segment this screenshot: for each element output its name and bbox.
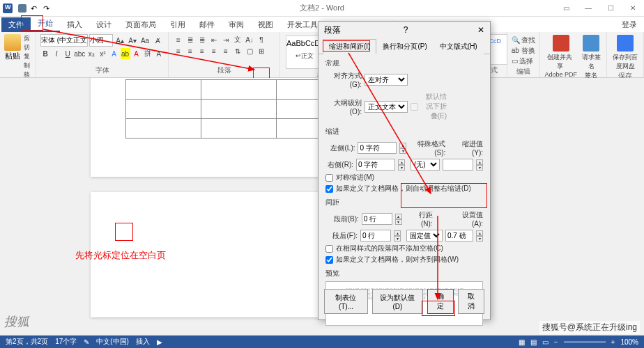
font-name-select[interactable] [40, 34, 88, 47]
before-input[interactable] [362, 213, 392, 225]
view-read-icon[interactable]: ▦ [519, 338, 525, 346]
maximize-icon[interactable]: ☐ [602, 4, 619, 12]
paste-button[interactable]: 粘贴 [4, 34, 21, 61]
macro-icon[interactable]: ▶ [157, 338, 162, 346]
replace-button[interactable]: ab 替换 [512, 45, 536, 56]
quick-access-toolbar[interactable]: ↶ ↷ [18, 4, 52, 13]
cut-button[interactable]: 剪切 [24, 34, 31, 52]
alignment-select[interactable]: 左对齐 [365, 74, 408, 86]
bold-icon[interactable]: B [40, 48, 50, 59]
page-status[interactable]: 第2页，共2页 [6, 337, 48, 347]
after-input[interactable] [360, 230, 391, 242]
insert-mode[interactable]: 插入 [136, 337, 150, 347]
select-button[interactable]: ▭ 选择 [512, 56, 536, 66]
adobe-sign-button[interactable]: 请求签名 签名 [580, 35, 602, 80]
distribute-icon[interactable]: ≡ [220, 45, 231, 56]
dialog-titlebar[interactable]: 段落 ? ✕ [319, 22, 490, 38]
asian-layout-icon[interactable]: 文 [232, 34, 243, 45]
char-border-icon[interactable]: A [154, 48, 164, 59]
align-right-icon[interactable]: ≡ [197, 45, 208, 56]
align-left-icon[interactable]: ≡ [173, 45, 184, 56]
phonetic-icon[interactable]: 拼 [143, 48, 153, 59]
help-icon[interactable]: ? [404, 25, 408, 35]
line-spacing-icon[interactable]: ⇅ [232, 45, 243, 56]
tab-insert[interactable]: 插入 [60, 17, 89, 32]
copy-button[interactable]: 复制 [24, 52, 31, 70]
auto-grid-check[interactable]: 如果定义了文档网格，则自动调整右缩进(D) [325, 184, 483, 193]
language-status[interactable]: 中文(中国) [96, 337, 129, 347]
cancel-button[interactable]: 取消 [458, 289, 484, 314]
zoom-slider[interactable] [564, 341, 606, 343]
highlight-icon[interactable]: ab [121, 48, 130, 59]
spinner[interactable]: ▴▾ [398, 159, 405, 171]
change-case-icon[interactable]: Aa [139, 35, 151, 46]
default-button[interactable]: 设为默认值(D) [372, 289, 423, 314]
login-link[interactable]: 登录 [615, 17, 644, 32]
spinner[interactable]: ▴▾ [476, 230, 483, 242]
adobe-create-button[interactable]: 创建并共享 Adobe PDF [544, 35, 577, 80]
numbering-icon[interactable]: ≣ [185, 34, 196, 45]
tab-mailings[interactable]: 邮件 [192, 17, 222, 32]
tabs-button[interactable]: 制表位(T)... [324, 289, 368, 314]
paragraph-dialog[interactable]: 段落 ? ✕ 缩进和间距(I) 换行和分页(P) 中文版式(H) 常规 对齐方式… [318, 21, 491, 320]
proof-icon[interactable]: ✎ [84, 338, 89, 346]
redo-icon[interactable]: ↷ [43, 4, 52, 13]
view-print-icon[interactable]: ▤ [530, 338, 537, 346]
tab-references[interactable]: 引用 [163, 17, 192, 32]
italic-icon[interactable]: I [52, 48, 61, 59]
zoom-out-icon[interactable]: − [554, 338, 558, 346]
text-effects-icon[interactable]: A [109, 48, 118, 59]
sort-icon[interactable]: A↓ [244, 34, 255, 45]
inc-indent-icon[interactable]: ⇥ [220, 34, 231, 45]
tab-pagination[interactable]: 换行和分页(P) [376, 39, 433, 54]
spinner[interactable]: ▴▾ [395, 214, 402, 225]
minimize-icon[interactable]: — [580, 4, 597, 12]
tab-home[interactable]: 开始 [31, 16, 60, 32]
mirror-indent-check[interactable]: 对称缩进(M) [325, 173, 483, 182]
dialog-close-icon[interactable]: ✕ [477, 25, 484, 35]
subscript-icon[interactable]: x₂ [86, 48, 96, 59]
show-marks-icon[interactable]: ¶ [256, 34, 267, 45]
line-spacing-select[interactable]: 固定值 [406, 230, 443, 242]
tab-view[interactable]: 视图 [251, 17, 280, 32]
close-icon[interactable]: ✕ [624, 4, 641, 12]
grow-font-icon[interactable]: A▴ [114, 35, 125, 46]
font-color-icon[interactable]: A [132, 48, 141, 59]
spinner[interactable]: ▴▾ [399, 143, 406, 154]
tab-review[interactable]: 审阅 [222, 17, 251, 32]
align-center-icon[interactable]: ≡ [185, 45, 196, 56]
at-value-input[interactable] [445, 230, 473, 242]
special-select[interactable]: (无) [411, 159, 440, 171]
shrink-font-icon[interactable]: A▾ [127, 35, 138, 46]
ribbon-opts-icon[interactable]: ▭ [558, 4, 574, 12]
ok-button[interactable]: 确定 [427, 289, 454, 314]
undo-icon[interactable]: ↶ [31, 4, 39, 13]
nospace-same-check[interactable]: 在相同样式的段落间不添加空格(C) [325, 244, 483, 253]
tab-design[interactable]: 设计 [89, 17, 118, 32]
bullets-icon[interactable]: ≡ [173, 34, 184, 45]
tab-asian[interactable]: 中文版式(H) [434, 39, 484, 54]
borders-icon[interactable]: ⊞ [256, 45, 267, 56]
multilevel-icon[interactable]: ≣ [197, 34, 208, 45]
tab-file[interactable]: 文件 [1, 17, 31, 32]
by-input[interactable] [443, 159, 473, 171]
collapse-check[interactable]: 默认情况下折叠(E) [411, 92, 447, 121]
zoom-in-icon[interactable]: + [611, 338, 615, 346]
word-count[interactable]: 17个字 [55, 337, 77, 347]
find-button[interactable]: 🔍 查找 [512, 35, 536, 45]
baidu-save-button[interactable]: 保存到百度网盘 [611, 35, 639, 71]
clear-format-icon[interactable]: A̸ [152, 35, 163, 46]
superscript-icon[interactable]: x² [98, 48, 107, 59]
spinner[interactable]: ▴▾ [476, 159, 483, 171]
tab-indent-spacing[interactable]: 缩进和间距(I) [323, 39, 376, 54]
shading-icon[interactable]: ▢ [244, 45, 255, 56]
strike-icon[interactable]: abc [74, 48, 85, 59]
view-web-icon[interactable]: ▭ [542, 338, 549, 346]
outline-select[interactable]: 正文文本 [365, 101, 408, 113]
snap-grid-check[interactable]: 如果定义了文档网格，则对齐到网格(W) [325, 255, 483, 264]
zoom-level[interactable]: 100% [620, 338, 638, 346]
underline-icon[interactable]: U [63, 48, 72, 59]
justify-icon[interactable]: ≡ [208, 45, 220, 56]
spinner[interactable]: ▴▾ [394, 230, 401, 242]
save-icon[interactable] [18, 4, 26, 13]
